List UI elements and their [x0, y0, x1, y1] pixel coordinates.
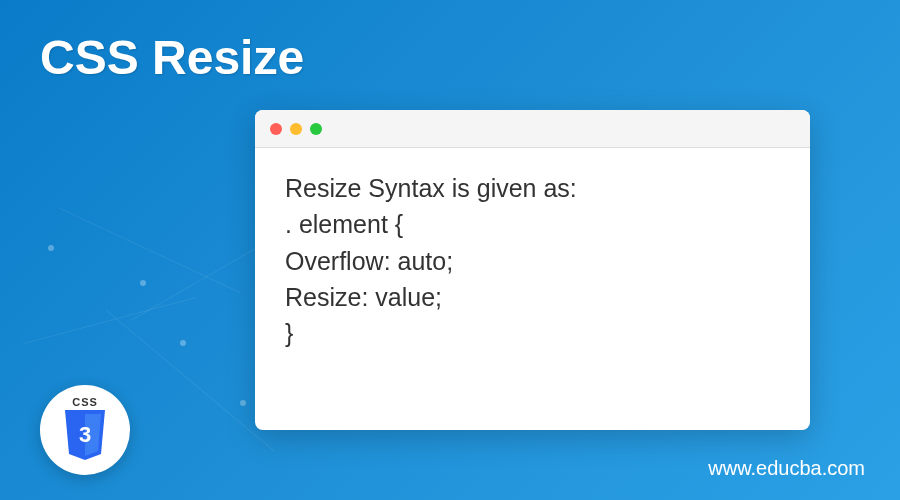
- css3-label: CSS: [72, 396, 98, 408]
- css3-shield-icon: CSS 3: [61, 396, 109, 464]
- code-line: Resize: value;: [285, 279, 780, 315]
- code-line: . element {: [285, 206, 780, 242]
- css3-logo-badge: CSS 3: [40, 385, 130, 475]
- window-header: [255, 110, 810, 148]
- minimize-icon: [290, 123, 302, 135]
- code-line: }: [285, 315, 780, 351]
- close-icon: [270, 123, 282, 135]
- code-line: Overflow: auto;: [285, 243, 780, 279]
- code-window: Resize Syntax is given as: . element { O…: [255, 110, 810, 430]
- maximize-icon: [310, 123, 322, 135]
- website-url: www.educba.com: [708, 457, 865, 480]
- shield-icon: 3: [61, 410, 109, 464]
- code-line: Resize Syntax is given as:: [285, 170, 780, 206]
- svg-text:3: 3: [79, 422, 91, 447]
- code-content: Resize Syntax is given as: . element { O…: [255, 148, 810, 373]
- page-title: CSS Resize: [40, 30, 304, 85]
